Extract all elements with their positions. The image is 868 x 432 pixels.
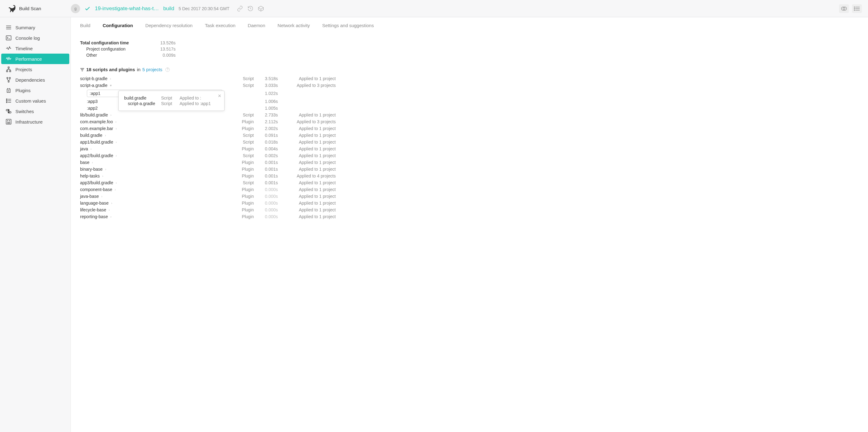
sidebar-item-switches[interactable]: Switches bbox=[1, 106, 69, 117]
section-header: 18 scripts and plugins in 5 projects ? bbox=[80, 67, 859, 72]
tab-dependency-resolution[interactable]: Dependency resolution bbox=[145, 23, 192, 28]
row-name: base› bbox=[80, 160, 233, 165]
projects-link[interactable]: 5 projects bbox=[142, 67, 162, 72]
svg-rect-22 bbox=[9, 70, 11, 72]
table-row[interactable]: app3/build.gradle›Script0.001sApplied to… bbox=[80, 179, 336, 186]
metric-project-value: 13.517s bbox=[160, 47, 176, 52]
row-applied: Applied to 1 project bbox=[280, 113, 336, 117]
table-row[interactable]: component-base›Plugin0.000sApplied to 1 … bbox=[80, 186, 336, 193]
tabs: BuildConfigurationDependency resolutionT… bbox=[80, 17, 859, 33]
row-type: Plugin bbox=[235, 146, 254, 151]
row-time: 2.112s bbox=[256, 119, 278, 124]
sidebar-item-custom-values[interactable]: Custom values bbox=[1, 95, 69, 106]
tab-configuration[interactable]: Configuration bbox=[102, 23, 133, 28]
table-row[interactable]: app1/build.gradle›Script0.018sApplied to… bbox=[80, 138, 336, 146]
section-in: in bbox=[137, 67, 141, 72]
row-type: Plugin bbox=[235, 119, 254, 124]
table-row[interactable]: language-base›Plugin0.000sApplied to 1 p… bbox=[80, 200, 336, 207]
row-name: app3/build.gradle› bbox=[80, 180, 233, 185]
popover-applied: Applied to :app1 bbox=[180, 101, 219, 106]
chevron-right-icon: › bbox=[102, 174, 103, 178]
table-row[interactable]: java›Plugin0.004sApplied to 1 project bbox=[80, 146, 336, 152]
row-name: com.example.bar› bbox=[80, 126, 233, 131]
table-row[interactable]: com.example.bar›Plugin2.002sApplied to 1… bbox=[80, 125, 336, 132]
chevron-right-icon: › bbox=[115, 188, 116, 191]
table-row[interactable]: base›Plugin0.001sApplied to 1 project bbox=[80, 159, 336, 166]
sidebar-item-label: Dependencies bbox=[16, 78, 45, 83]
sidebar-item-label: Switches bbox=[16, 109, 34, 114]
sidebar-icon bbox=[5, 35, 12, 41]
table-row[interactable]: java-base›Plugin0.000sApplied to 1 proje… bbox=[80, 193, 336, 200]
row-time: 0.091s bbox=[256, 133, 278, 138]
sidebar-icon bbox=[5, 87, 12, 93]
row-time: 1.005s bbox=[256, 106, 278, 111]
scan-title[interactable]: 19-investigate-what-has-t… bbox=[95, 5, 159, 12]
table-row[interactable]: app2/build.gradle›Script0.002sApplied to… bbox=[80, 152, 336, 159]
sidebar-item-performance[interactable]: Performance bbox=[1, 54, 69, 64]
row-name: reporting-base› bbox=[80, 214, 233, 219]
chevron-right-icon: › bbox=[116, 181, 117, 185]
sidebar-item-label: Custom values bbox=[16, 98, 46, 103]
table-row[interactable]: lib/build.gradle›Script2.733sApplied to … bbox=[80, 112, 336, 118]
scan-build-label[interactable]: build bbox=[163, 5, 174, 12]
table-row[interactable]: com.example.foo›Plugin2.112sApplied to 3… bbox=[80, 118, 336, 125]
row-time: 0.000s bbox=[256, 214, 278, 219]
table-row[interactable]: script-a.gradle▾Script3.033sApplied to 3… bbox=[80, 82, 336, 89]
sidebar-item-projects[interactable]: Projects bbox=[1, 64, 69, 74]
table-row[interactable]: build.gradle›Script0.091sApplied to 1 pr… bbox=[80, 132, 336, 138]
help-icon[interactable]: ? bbox=[165, 67, 170, 72]
row-name: help-tasks› bbox=[80, 174, 233, 178]
sidebar-item-timeline[interactable]: Timeline bbox=[1, 43, 69, 54]
tab-build[interactable]: Build bbox=[80, 23, 90, 28]
table-row[interactable]: binary-base›Plugin0.001sApplied to 1 pro… bbox=[80, 166, 336, 173]
row-type: Plugin bbox=[235, 126, 254, 131]
close-icon[interactable]: × bbox=[218, 93, 221, 99]
cube-icon[interactable] bbox=[258, 5, 264, 12]
svg-point-27 bbox=[7, 78, 8, 79]
tab-network-activity[interactable]: Network activity bbox=[278, 23, 310, 28]
popover-applied: Applied to : bbox=[180, 95, 219, 100]
history-icon[interactable] bbox=[247, 5, 253, 12]
layout: SummaryConsole logTimelinePerformancePro… bbox=[0, 17, 868, 432]
avatar[interactable]: g bbox=[71, 4, 80, 13]
svg-point-43 bbox=[9, 121, 10, 121]
table-row[interactable]: reporting-base›Plugin0.000sApplied to 1 … bbox=[80, 213, 336, 220]
row-time: 0.000s bbox=[256, 200, 278, 206]
expanded-group: 1.022s:app31.006s:app21.005s×build.gradl… bbox=[80, 89, 336, 112]
table-row[interactable]: help-tasks›Plugin0.001sApplied to 4 proj… bbox=[80, 173, 336, 179]
popover-type: Script bbox=[161, 95, 180, 100]
popover-name: script-a.gradle bbox=[124, 101, 161, 106]
tab-task-execution[interactable]: Task execution bbox=[205, 23, 235, 28]
sidebar-item-label: Infrastructure bbox=[16, 119, 42, 124]
row-name: build.gradle› bbox=[80, 133, 233, 138]
check-icon bbox=[84, 5, 91, 12]
tab-settings-and-suggestions[interactable]: Settings and suggestions bbox=[322, 23, 374, 28]
sidebar-item-summary[interactable]: Summary bbox=[1, 22, 69, 33]
row-applied: Applied to 1 project bbox=[280, 200, 336, 206]
sidebar-item-console-log[interactable]: Console log bbox=[1, 33, 69, 43]
rows-container: script-b.gradle›Script3.518sApplied to 1… bbox=[80, 75, 336, 220]
row-applied: Applied to 1 project bbox=[280, 194, 336, 199]
tab-daemon[interactable]: Daemon bbox=[248, 23, 265, 28]
popover: ×build.gradleScriptApplied to :script-a.… bbox=[118, 91, 224, 111]
link-icon[interactable] bbox=[237, 5, 243, 12]
list-button[interactable] bbox=[852, 4, 862, 13]
sidebar-item-infrastructure[interactable]: Infrastructure bbox=[1, 117, 69, 127]
compare-button[interactable] bbox=[839, 4, 849, 13]
chevron-right-icon: › bbox=[116, 127, 117, 130]
row-type: Script bbox=[235, 133, 254, 138]
row-name: app1/build.gradle› bbox=[80, 140, 233, 145]
row-time: 0.000s bbox=[256, 194, 278, 199]
table-row[interactable]: lifecycle-base›Plugin0.000sApplied to 1 … bbox=[80, 207, 336, 213]
sidebar-item-dependencies[interactable]: Dependencies bbox=[1, 74, 69, 85]
row-applied: Applied to 1 project bbox=[280, 180, 336, 185]
row-time: 0.001s bbox=[256, 160, 278, 165]
sidebar-icon bbox=[5, 108, 12, 114]
sidebar-item-plugins[interactable]: Plugins bbox=[1, 85, 69, 95]
table-row[interactable]: script-b.gradle›Script3.518sApplied to 1… bbox=[80, 75, 336, 82]
sort-icon[interactable] bbox=[80, 67, 84, 72]
sidebar-icon bbox=[5, 98, 12, 104]
chevron-right-icon: › bbox=[110, 113, 112, 117]
row-applied: Applied to 1 project bbox=[280, 187, 336, 192]
row-name: lib/build.gradle› bbox=[80, 113, 233, 117]
